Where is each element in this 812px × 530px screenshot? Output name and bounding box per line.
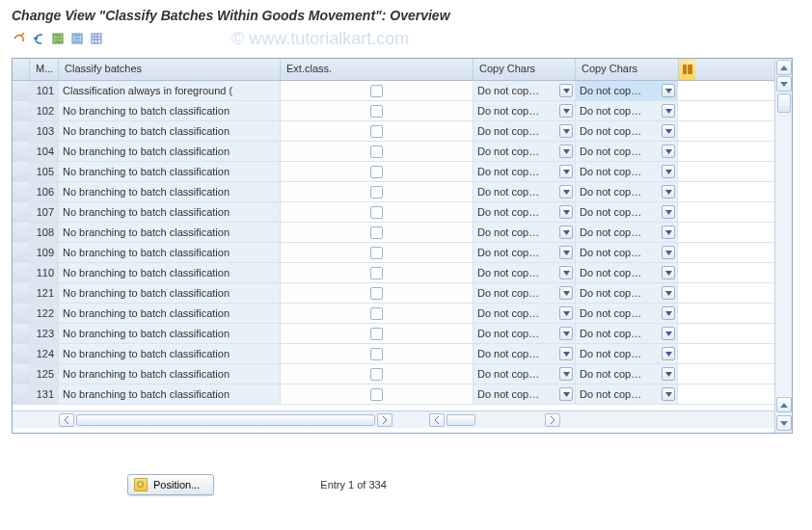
cell-copy-chars-2[interactable]: Do not cop…: [576, 283, 678, 303]
cell-ext-class[interactable]: [281, 243, 474, 262]
cell-copy-chars-2[interactable]: Do not cop…: [576, 223, 678, 242]
header-copy-chars-2[interactable]: Copy Chars: [576, 59, 678, 80]
vscroll-thumb[interactable]: [777, 93, 791, 113]
ext-class-checkbox[interactable]: [370, 247, 383, 259]
cell-copy-chars-1[interactable]: Do not cop…: [474, 384, 576, 404]
cell-copy-chars-1[interactable]: Do not cop…: [474, 243, 576, 262]
ext-class-checkbox[interactable]: [370, 125, 383, 138]
cell-copy-chars-1[interactable]: Do not cop…: [474, 344, 576, 363]
cell-ext-class[interactable]: [281, 263, 474, 282]
cell-classify-batches[interactable]: No branching to batch classification: [59, 202, 281, 222]
cell-classify-batches[interactable]: No branching to batch classification: [59, 344, 281, 363]
row-selector[interactable]: [13, 243, 30, 262]
ext-class-checkbox[interactable]: [370, 287, 383, 300]
cell-copy-chars-1[interactable]: Do not cop…: [474, 304, 576, 323]
ext-class-checkbox[interactable]: [370, 166, 383, 178]
row-selector[interactable]: [13, 263, 30, 282]
cell-copy-chars-1[interactable]: Do not cop…: [474, 142, 576, 161]
row-selector[interactable]: [13, 162, 30, 181]
row-selector[interactable]: [13, 304, 30, 323]
row-selector[interactable]: [13, 364, 30, 384]
configure-columns-icon[interactable]: [678, 59, 695, 80]
ext-class-checkbox[interactable]: [370, 328, 383, 340]
ext-class-checkbox[interactable]: [370, 105, 383, 118]
cell-copy-chars-2[interactable]: Do not cop…: [576, 324, 678, 343]
cell-copy-chars-2[interactable]: Do not cop…: [576, 101, 678, 120]
hscroll-right-2-icon[interactable]: [545, 413, 560, 427]
hscroll-left-1-icon[interactable]: [59, 413, 74, 427]
cell-ext-class[interactable]: [281, 364, 474, 384]
cell-ext-class[interactable]: [281, 121, 474, 141]
cell-classify-batches[interactable]: No branching to batch classification: [59, 142, 281, 161]
row-selector[interactable]: [13, 182, 30, 201]
cell-ext-class[interactable]: [281, 162, 474, 181]
ext-class-checkbox[interactable]: [370, 186, 383, 199]
cell-copy-chars-2[interactable]: Do not cop…: [576, 384, 678, 404]
cell-classify-batches[interactable]: Classification always in foreground (: [59, 81, 281, 100]
cell-ext-class[interactable]: [281, 384, 474, 404]
row-selector[interactable]: [13, 384, 30, 404]
ext-class-checkbox[interactable]: [370, 226, 383, 239]
cell-copy-chars-1[interactable]: Do not cop…: [474, 162, 576, 181]
cell-ext-class[interactable]: [281, 142, 474, 161]
deselect-all-icon[interactable]: [69, 31, 85, 46]
vscroll-up-icon[interactable]: [776, 60, 792, 75]
ext-class-checkbox[interactable]: [370, 368, 383, 381]
cell-ext-class[interactable]: [281, 324, 474, 343]
row-selector[interactable]: [13, 142, 30, 161]
cell-ext-class[interactable]: [281, 304, 474, 323]
cell-classify-batches[interactable]: No branching to batch classification: [59, 304, 281, 323]
cell-ext-class[interactable]: [281, 101, 474, 120]
cell-copy-chars-1[interactable]: Do not cop…: [474, 182, 576, 201]
row-selector[interactable]: [13, 223, 30, 242]
cell-copy-chars-2[interactable]: Do not cop…: [576, 162, 678, 181]
row-selector[interactable]: [13, 101, 30, 120]
cell-ext-class[interactable]: [281, 344, 474, 363]
cell-copy-chars-2[interactable]: Do not cop…: [576, 344, 678, 363]
vscroll-up2-icon[interactable]: [776, 397, 792, 412]
ext-class-checkbox[interactable]: [370, 267, 383, 279]
cell-copy-chars-1[interactable]: Do not cop…: [474, 101, 576, 120]
cell-copy-chars-2[interactable]: Do not cop…: [576, 202, 678, 222]
cell-copy-chars-1[interactable]: Do not cop…: [474, 283, 576, 303]
ext-class-checkbox[interactable]: [370, 307, 383, 320]
cell-copy-chars-1[interactable]: Do not cop…: [474, 81, 576, 100]
header-classify[interactable]: Classify batches: [59, 59, 281, 80]
cell-ext-class[interactable]: [281, 202, 474, 222]
cell-copy-chars-2[interactable]: Do not cop…: [576, 182, 678, 201]
cell-copy-chars-1[interactable]: Do not cop…: [474, 263, 576, 282]
ext-class-checkbox[interactable]: [370, 146, 383, 158]
cell-copy-chars-1[interactable]: Do not cop…: [474, 364, 576, 384]
row-selector[interactable]: [13, 121, 30, 141]
cell-copy-chars-2[interactable]: Do not cop…: [576, 263, 678, 282]
row-selector[interactable]: [13, 283, 30, 303]
cell-classify-batches[interactable]: No branching to batch classification: [59, 384, 281, 404]
cell-classify-batches[interactable]: No branching to batch classification: [59, 364, 281, 384]
ext-class-checkbox[interactable]: [370, 206, 383, 219]
cell-copy-chars-2[interactable]: Do not cop…: [576, 304, 678, 323]
cell-copy-chars-2[interactable]: Do not cop…: [576, 121, 678, 141]
hscroll-thumb-1[interactable]: [76, 414, 375, 426]
row-selector[interactable]: [13, 324, 30, 343]
ext-class-checkbox[interactable]: [370, 388, 383, 401]
cell-classify-batches[interactable]: No branching to batch classification: [59, 121, 281, 141]
header-m[interactable]: M...: [30, 59, 59, 80]
cell-copy-chars-1[interactable]: Do not cop…: [474, 324, 576, 343]
cell-classify-batches[interactable]: No branching to batch classification: [59, 162, 281, 181]
row-selector[interactable]: [13, 344, 30, 363]
cell-classify-batches[interactable]: No branching to batch classification: [59, 243, 281, 262]
ext-class-checkbox[interactable]: [370, 85, 383, 97]
cell-copy-chars-2[interactable]: Do not cop…: [576, 243, 678, 262]
row-selector[interactable]: [13, 202, 30, 222]
hscroll-right-1-icon[interactable]: [377, 413, 392, 427]
other-view-icon[interactable]: [12, 31, 27, 46]
cell-classify-batches[interactable]: No branching to batch classification: [59, 263, 281, 282]
cell-copy-chars-2[interactable]: Do not cop…: [576, 364, 678, 384]
undo-icon[interactable]: [31, 31, 46, 46]
cell-classify-batches[interactable]: No branching to batch classification: [59, 324, 281, 343]
cell-classify-batches[interactable]: No branching to batch classification: [59, 182, 281, 201]
header-copy-chars-1[interactable]: Copy Chars: [474, 59, 576, 80]
ext-class-checkbox[interactable]: [370, 348, 383, 360]
hscroll-thumb-2[interactable]: [447, 414, 475, 426]
cell-ext-class[interactable]: [281, 283, 474, 303]
